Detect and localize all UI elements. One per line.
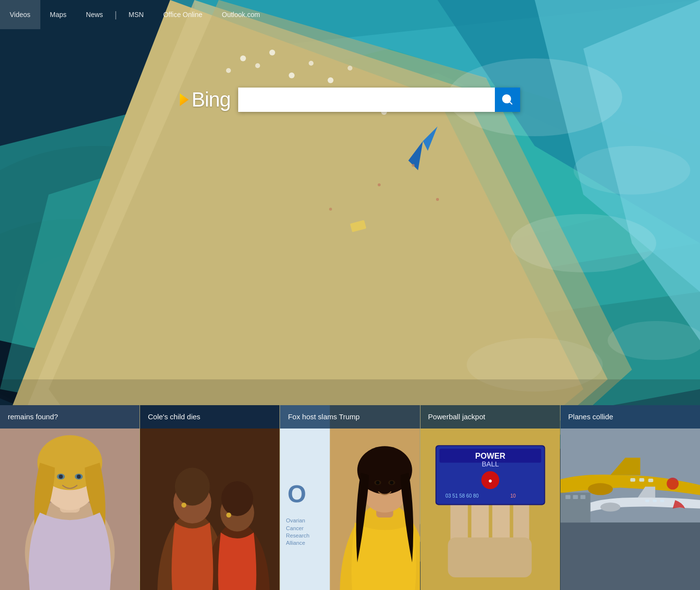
- news-card-planes-image: [560, 405, 700, 590]
- svg-point-12: [328, 77, 333, 83]
- svg-rect-87: [560, 522, 700, 590]
- svg-rect-96: [660, 500, 664, 502]
- svg-rect-89: [630, 478, 635, 482]
- news-card-cole-title: Cole's child dies: [140, 405, 280, 429]
- news-card-cole[interactable]: Cole's child dies: [140, 405, 280, 590]
- search-area: Bing: [0, 88, 700, 112]
- nav-videos[interactable]: Videos: [0, 0, 40, 29]
- nav-office-online[interactable]: Office Online: [154, 0, 212, 29]
- news-card-powerball[interactable]: POWER BALL ● 03 51 58 60 80 10 Powerball…: [420, 405, 560, 590]
- news-card-planes[interactable]: Planes collide: [560, 405, 700, 590]
- navigation-bar: Videos Maps News | MSN Office Online Out…: [0, 0, 700, 29]
- svg-point-9: [226, 68, 231, 73]
- svg-point-10: [289, 72, 295, 78]
- svg-rect-91: [648, 479, 653, 482]
- svg-point-11: [309, 61, 314, 66]
- bing-logo: Bing: [180, 88, 230, 111]
- svg-point-27: [329, 208, 332, 211]
- search-icon: [502, 94, 513, 105]
- svg-point-67: [376, 481, 380, 484]
- news-card-fox-title: Fox host slams Trump: [280, 405, 420, 429]
- nav-separator: |: [113, 10, 119, 20]
- svg-text:10: 10: [510, 493, 516, 499]
- svg-point-13: [348, 66, 352, 71]
- nav-msn[interactable]: MSN: [119, 0, 154, 29]
- svg-text:Alliance: Alliance: [286, 540, 305, 546]
- nav-outlook[interactable]: Outlook.com: [212, 0, 270, 29]
- news-card-cole-image: [140, 405, 280, 590]
- svg-point-88: [588, 483, 612, 495]
- news-card-powerball-title: Powerball jackpot: [420, 405, 560, 429]
- svg-point-92: [666, 478, 679, 490]
- news-card-powerball-image: POWER BALL ● 03 51 58 60 80 10: [420, 405, 560, 590]
- svg-point-93: [600, 502, 620, 511]
- svg-text:POWER: POWER: [475, 451, 505, 460]
- svg-point-25: [412, 164, 415, 167]
- news-card-remains-image: [0, 405, 140, 590]
- news-strip: remains found?: [0, 405, 700, 590]
- news-card-planes-title: Planes collide: [560, 405, 700, 429]
- svg-point-26: [436, 198, 439, 201]
- news-card-fox-image: O Ovarian Cancer Research Alliance: [280, 405, 420, 590]
- svg-rect-95: [653, 500, 657, 502]
- bing-logo-text: Bing: [192, 88, 230, 111]
- bing-logo-triangle: [180, 93, 189, 106]
- svg-point-8: [269, 50, 275, 55]
- svg-point-30: [510, 214, 656, 272]
- svg-text:Research: Research: [286, 533, 310, 538]
- news-card-remains-title: remains found?: [0, 405, 140, 429]
- svg-text:Ovarian: Ovarian: [286, 518, 305, 523]
- svg-point-7: [255, 63, 260, 68]
- svg-point-29: [574, 146, 690, 195]
- search-input[interactable]: [238, 88, 495, 112]
- svg-text:●: ●: [488, 477, 492, 484]
- svg-point-24: [378, 183, 381, 186]
- svg-rect-100: [580, 495, 585, 499]
- svg-point-50: [221, 481, 253, 516]
- nav-maps[interactable]: Maps: [40, 0, 76, 29]
- svg-text:BALL: BALL: [482, 460, 499, 468]
- search-box: [238, 88, 520, 112]
- news-card-fox[interactable]: O Ovarian Cancer Research Alliance: [280, 405, 420, 590]
- svg-point-51: [181, 502, 186, 507]
- svg-point-68: [390, 481, 394, 484]
- svg-text:O: O: [288, 481, 306, 507]
- nav-news[interactable]: News: [76, 0, 113, 29]
- svg-point-41: [59, 475, 63, 479]
- svg-rect-75: [448, 537, 531, 577]
- svg-point-6: [240, 55, 246, 61]
- svg-text:Cancer: Cancer: [286, 525, 304, 531]
- svg-point-52: [227, 513, 231, 518]
- search-button[interactable]: [495, 88, 520, 112]
- svg-rect-98: [565, 495, 570, 499]
- svg-point-42: [77, 475, 81, 479]
- svg-rect-94: [645, 500, 649, 502]
- news-card-remains[interactable]: remains found?: [0, 405, 140, 590]
- svg-text:03 51 58 60 80: 03 51 58 60 80: [445, 493, 479, 499]
- svg-rect-99: [573, 495, 578, 499]
- svg-point-47: [175, 467, 210, 505]
- svg-rect-90: [639, 478, 644, 482]
